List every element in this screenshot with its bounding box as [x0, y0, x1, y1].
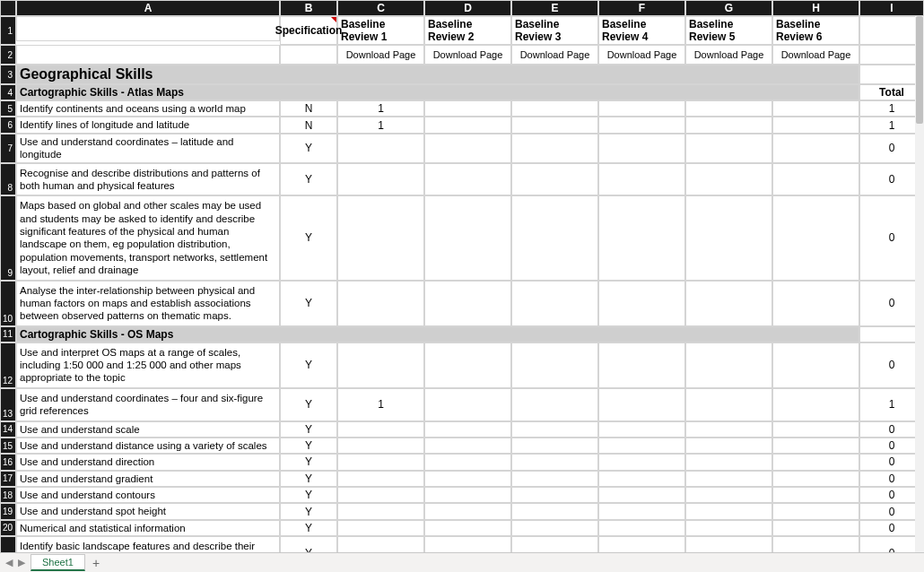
cell-A16[interactable]: Use and understand direction: [16, 454, 280, 470]
cell-C12[interactable]: [337, 342, 424, 388]
sheet-tab-active[interactable]: Sheet1: [31, 554, 85, 571]
cell-A5[interactable]: Identify continents and oceans using a w…: [16, 100, 280, 117]
cell-E5[interactable]: [511, 100, 598, 117]
cell-B15[interactable]: Y: [280, 438, 337, 454]
cell-F16[interactable]: [598, 454, 685, 470]
cell-A12[interactable]: Use and interpret OS maps at a range of …: [16, 342, 280, 388]
cell-H2-download[interactable]: Download Page: [772, 45, 859, 65]
cell-G14[interactable]: [685, 421, 772, 438]
cell-D17[interactable]: [424, 471, 511, 487]
row-header-12[interactable]: 12: [0, 342, 16, 388]
cell-D20[interactable]: [424, 520, 511, 536]
cell-B13[interactable]: Y: [280, 388, 337, 421]
cell-A1[interactable]: [16, 16, 280, 41]
row-header-7[interactable]: 7: [0, 134, 16, 163]
cell-G17[interactable]: [685, 471, 772, 487]
cell-F15[interactable]: [598, 438, 685, 454]
cell-C17[interactable]: [337, 471, 424, 487]
cell-F6[interactable]: [598, 117, 685, 133]
row-header-9[interactable]: 9: [0, 195, 16, 280]
cell-D19[interactable]: [424, 503, 511, 519]
cell-C19[interactable]: [337, 503, 424, 519]
cell-E6[interactable]: [511, 117, 598, 133]
cell-C9[interactable]: [337, 195, 424, 280]
cell-D5[interactable]: [424, 100, 511, 117]
cell-G15[interactable]: [685, 438, 772, 454]
cell-G20[interactable]: [685, 520, 772, 536]
cell-F5[interactable]: [598, 100, 685, 117]
cell-F12[interactable]: [598, 342, 685, 388]
cell-F1[interactable]: Baseline Review 4: [598, 16, 685, 45]
vertical-scrollbar[interactable]: [915, 16, 924, 552]
cell-H7[interactable]: [772, 134, 859, 163]
cell-F8[interactable]: [598, 163, 685, 196]
cell-D8[interactable]: [424, 163, 511, 196]
cell-H9[interactable]: [772, 195, 859, 280]
cell-B14[interactable]: Y: [280, 421, 337, 438]
cell-E19[interactable]: [511, 503, 598, 519]
row-header-14[interactable]: 14: [0, 421, 16, 438]
row-header-8[interactable]: 8: [0, 163, 16, 196]
col-header-D[interactable]: D: [424, 0, 511, 16]
cell-C10[interactable]: [337, 281, 424, 326]
cell-C15[interactable]: [337, 438, 424, 454]
cell-E7[interactable]: [511, 134, 598, 163]
cell-C2-download[interactable]: Download Page: [337, 45, 424, 65]
cell-G8[interactable]: [685, 163, 772, 196]
col-header-C[interactable]: C: [337, 0, 424, 16]
cell-D7[interactable]: [424, 134, 511, 163]
cell-H10[interactable]: [772, 281, 859, 326]
cell-B20[interactable]: Y: [280, 520, 337, 536]
cell-G9[interactable]: [685, 195, 772, 280]
cell-F19[interactable]: [598, 503, 685, 519]
row-header-4[interactable]: 4: [0, 84, 16, 100]
row-header-11[interactable]: 11: [0, 326, 16, 342]
col-header-H[interactable]: H: [772, 0, 859, 16]
row-header-18[interactable]: 18: [0, 487, 16, 503]
col-header-G[interactable]: G: [685, 0, 772, 16]
select-all-corner[interactable]: [0, 0, 16, 16]
cell-H8[interactable]: [772, 163, 859, 196]
row-header-10[interactable]: 10: [0, 281, 16, 326]
add-sheet-button[interactable]: +: [85, 556, 107, 570]
row-header-16[interactable]: 16: [0, 454, 16, 470]
cell-D15[interactable]: [424, 438, 511, 454]
cell-G5[interactable]: [685, 100, 772, 117]
row-header-19[interactable]: 19: [0, 503, 16, 519]
cell-H20[interactable]: [772, 520, 859, 536]
cell-B17[interactable]: Y: [280, 471, 337, 487]
cell-E1[interactable]: Baseline Review 3: [511, 16, 598, 45]
cell-C5[interactable]: 1: [337, 100, 424, 117]
cell-G10[interactable]: [685, 281, 772, 326]
col-header-B[interactable]: B: [280, 0, 337, 16]
cell-A13[interactable]: Use and understand coordinates – four an…: [16, 388, 280, 421]
cell-G12[interactable]: [685, 342, 772, 388]
cell-C14[interactable]: [337, 421, 424, 438]
row-header-3[interactable]: 3: [0, 65, 16, 84]
cell-F18[interactable]: [598, 487, 685, 503]
cell-E16[interactable]: [511, 454, 598, 470]
col-header-E[interactable]: E: [511, 0, 598, 16]
cell-D16[interactable]: [424, 454, 511, 470]
row-header-5[interactable]: 5: [0, 100, 16, 117]
cell-A14[interactable]: Use and understand scale: [16, 421, 280, 438]
cell-B12[interactable]: Y: [280, 342, 337, 388]
cell-C18[interactable]: [337, 487, 424, 503]
cell-C7[interactable]: [337, 134, 424, 163]
cell-H15[interactable]: [772, 438, 859, 454]
cell-E13[interactable]: [511, 388, 598, 421]
cell-G7[interactable]: [685, 134, 772, 163]
cell-E8[interactable]: [511, 163, 598, 196]
section-geographical-skills[interactable]: Geographical Skills: [16, 65, 859, 84]
cell-D13[interactable]: [424, 388, 511, 421]
cell-H6[interactable]: [772, 117, 859, 133]
cell-E15[interactable]: [511, 438, 598, 454]
cell-D2-download[interactable]: Download Page: [424, 45, 511, 65]
cell-H14[interactable]: [772, 421, 859, 438]
cell-C16[interactable]: [337, 454, 424, 470]
row-header-2[interactable]: 2: [0, 45, 16, 65]
cell-D14[interactable]: [424, 421, 511, 438]
row-header-1[interactable]: 1: [0, 16, 16, 45]
cell-B10[interactable]: Y: [280, 281, 337, 326]
spreadsheet-grid[interactable]: A B C D E F G H I 1 Specification Baseli…: [0, 0, 924, 572]
